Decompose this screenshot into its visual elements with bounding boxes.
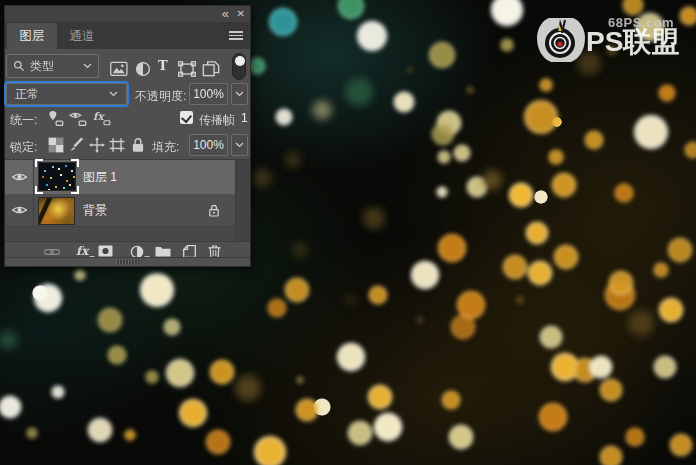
fill-value-field[interactable]: 100%: [189, 134, 228, 156]
chevron-down-icon: [235, 142, 244, 148]
chevron-down-icon: [83, 63, 92, 69]
eye-icon: [11, 171, 28, 183]
filter-type-dropdown[interactable]: 类型: [6, 54, 99, 78]
bokeh-circle: [653, 355, 677, 379]
scrollbar-gutter: [235, 160, 250, 241]
unify-style-icon[interactable]: fx: [93, 110, 111, 127]
bokeh-circle: [614, 183, 634, 203]
layer-style-icon[interactable]: fx: [76, 245, 88, 257]
bokeh-circle: [441, 390, 461, 410]
bokeh-circle: [548, 149, 564, 165]
bokeh-circle: [97, 307, 123, 333]
visibility-toggle[interactable]: [5, 160, 34, 194]
bokeh-circle: [209, 359, 235, 385]
bokeh-circle: [584, 130, 604, 150]
bokeh-circle: [553, 244, 579, 270]
bokeh-circle: [658, 84, 676, 102]
opacity-slider-button[interactable]: [231, 83, 248, 105]
bokeh-circle: [453, 144, 471, 162]
chevron-down-icon: [109, 91, 118, 97]
bokeh-circle: [523, 99, 559, 135]
bokeh-circle: [33, 283, 63, 313]
bokeh-circle: [410, 260, 440, 290]
bokeh-circle: [667, 237, 693, 263]
bokeh-circle: [653, 262, 669, 278]
bokeh-circle: [373, 412, 403, 442]
layer-thumbnail[interactable]: [38, 162, 76, 191]
ps-alliance-logo-icon: [535, 16, 587, 64]
layer-row-layer1[interactable]: 图层 1: [5, 160, 237, 194]
visibility-toggle[interactable]: [5, 194, 34, 226]
add-mask-icon[interactable]: [98, 245, 113, 257]
bokeh-circle: [437, 150, 451, 164]
bokeh-circle: [312, 100, 332, 120]
bokeh-circle: [268, 7, 298, 37]
lock-artboard-icon[interactable]: [109, 137, 125, 153]
filter-smart-objects-icon[interactable]: [202, 61, 220, 77]
bokeh-circle: [500, 38, 514, 52]
bokeh-circle: [252, 168, 272, 188]
filter-pixel-layers-icon[interactable]: [110, 61, 128, 77]
lock-transparency-icon[interactable]: [48, 137, 64, 153]
lock-position-icon[interactable]: [89, 137, 105, 153]
lock-icon: [209, 204, 219, 217]
filter-type-layers-icon[interactable]: T: [158, 59, 170, 75]
bokeh-circle: [363, 207, 385, 229]
bokeh-circle: [139, 272, 175, 308]
bokeh-circle: [0, 395, 22, 419]
blend-mode-dropdown[interactable]: 正常: [6, 83, 127, 105]
bokeh-circle: [527, 260, 553, 286]
bokeh-circle: [599, 378, 623, 402]
bokeh-circle: [235, 375, 261, 401]
layer-thumbnail[interactable]: [38, 197, 75, 225]
bokeh-circle: [466, 86, 474, 94]
bokeh-circle: [669, 433, 693, 457]
propagate-frame-number: 1: [241, 111, 248, 125]
panel-resize-grip[interactable]: [5, 257, 250, 266]
bokeh-circle: [538, 402, 568, 432]
bokeh-circle: [608, 270, 634, 296]
bokeh-circle: [684, 141, 696, 159]
bokeh-circle: [347, 420, 373, 446]
bokeh-circle: [436, 186, 448, 198]
filter-toggle-switch[interactable]: [232, 53, 246, 80]
layer-name: 图层 1: [83, 169, 117, 186]
filter-shape-layers-icon[interactable]: [178, 61, 196, 77]
bokeh-circle: [124, 429, 136, 441]
propagate-frame-checkbox[interactable]: [180, 111, 193, 124]
tab-layers[interactable]: 图层: [7, 23, 57, 49]
bokeh-circle: [393, 91, 415, 113]
bokeh-circle: [367, 384, 393, 410]
bokeh-circle: [599, 445, 623, 465]
propagate-frame-label: 传播帧: [199, 112, 235, 129]
collapse-panel-icon[interactable]: «: [222, 6, 228, 22]
fill-slider-button[interactable]: [231, 134, 248, 156]
bokeh-circle: [145, 370, 159, 384]
filter-adjustment-layers-icon[interactable]: [134, 61, 152, 77]
bokeh-circle: [253, 435, 287, 465]
bokeh-circle: [284, 277, 310, 303]
close-panel-icon[interactable]: ✕: [237, 6, 245, 22]
lock-all-icon[interactable]: [130, 137, 146, 153]
bokeh-circle: [551, 172, 577, 198]
watermark-brand-text: PS联盟: [586, 27, 679, 57]
panel-menu-icon[interactable]: [229, 31, 243, 41]
layer-row-background[interactable]: 背景: [5, 194, 237, 227]
bokeh-circle: [482, 170, 502, 190]
opacity-value: 100%: [193, 87, 224, 101]
opacity-value-field[interactable]: 100%: [189, 83, 228, 105]
bokeh-circle: [163, 318, 181, 336]
bokeh-circle: [539, 325, 563, 349]
panel-tabs: 图层 通道: [5, 23, 250, 49]
bokeh-circle: [285, 152, 301, 168]
new-group-icon[interactable]: [155, 246, 171, 257]
bokeh-circle: [165, 358, 195, 388]
unify-visibility-icon[interactable]: [69, 110, 87, 127]
tab-channels[interactable]: 通道: [57, 23, 107, 49]
bokeh-circle: [658, 297, 684, 323]
lock-pixels-icon[interactable]: [68, 137, 84, 153]
svg-text:fx: fx: [93, 110, 105, 122]
unify-position-icon[interactable]: [46, 110, 64, 127]
layer-name: 背景: [83, 202, 107, 219]
link-layers-icon[interactable]: [44, 248, 60, 256]
